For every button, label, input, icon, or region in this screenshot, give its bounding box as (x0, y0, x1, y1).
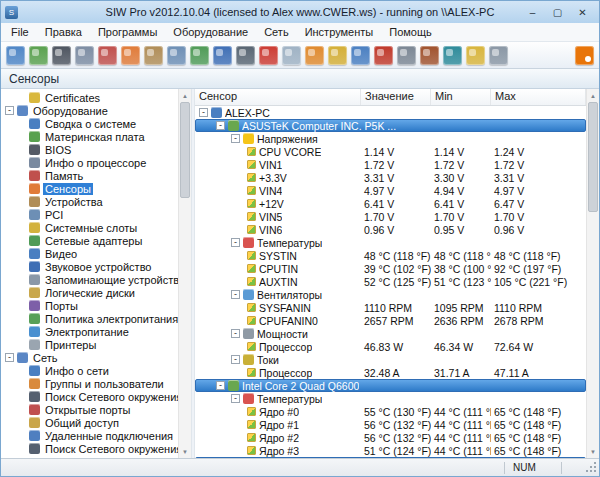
sensor-row[interactable]: VIN44.97 V4.94 V4.97 V (195, 184, 586, 197)
search-icon[interactable] (397, 46, 416, 65)
menu-item[interactable]: Помощь (381, 23, 440, 42)
expander-icon[interactable]: - (231, 394, 240, 403)
sidebar-item-net-info[interactable]: Инфо о сети (1, 364, 178, 377)
sensor-row[interactable]: Ядро #055 °C (130 °F)44 °C (111 °F)65 °C… (195, 405, 586, 418)
sidebar-item-remote[interactable]: Удаленные подключения (1, 429, 178, 442)
pci-icon[interactable] (167, 46, 186, 65)
sidebar-item-slots[interactable]: Системные слоты (1, 221, 178, 234)
section-row[interactable]: -Токи (195, 353, 586, 366)
menu-item[interactable]: Сеть (256, 23, 296, 42)
menu-item[interactable]: Правка (37, 23, 90, 42)
maximize-button[interactable]: ▢ (545, 4, 570, 20)
cd-icon[interactable] (282, 46, 301, 65)
minimize-button[interactable]: – (520, 4, 545, 20)
table-scroll-thumb[interactable] (588, 102, 598, 212)
cpu-icon[interactable] (75, 46, 94, 65)
sidebar-item-cpu[interactable]: Инфо о процессоре (1, 156, 178, 169)
sidebar-item-open-ports[interactable]: Открытые порты (1, 403, 178, 416)
expander-icon[interactable]: - (231, 329, 240, 338)
sidebar-item-printers[interactable]: Принтеры (1, 338, 178, 351)
sidebar-item-devices[interactable]: Устройства (1, 195, 178, 208)
sidebar-item-net-search[interactable]: Поиск Сетевого окружения (1, 442, 178, 455)
sensor-row[interactable]: +3.3V3.31 V3.30 V3.31 V (195, 171, 586, 184)
column-header-value[interactable]: Значение (361, 89, 431, 105)
scroll-up-icon[interactable]: ▲ (179, 89, 191, 102)
column-header-sensor[interactable]: Сенсор (195, 89, 361, 105)
close-button[interactable]: ✕ (570, 4, 595, 20)
devices-icon[interactable] (144, 46, 163, 65)
sensor-row[interactable]: SYSTIN48 °C (118 °F)48 °C (118 °F)48 °C … (195, 249, 586, 262)
column-header-max[interactable]: Max (491, 89, 586, 105)
sidebar-item-sensors[interactable]: Сенсоры (1, 182, 178, 195)
sidebar-item-shares[interactable]: Общий доступ (1, 416, 178, 429)
expander-icon[interactable]: - (231, 290, 240, 299)
column-header-min[interactable]: Min (431, 89, 491, 105)
resize-grip[interactable] (586, 461, 599, 475)
network-adapters-icon[interactable] (190, 46, 209, 65)
sidebar-item-users[interactable]: Группы и пользователи (1, 377, 178, 390)
host-row[interactable]: -ALEX-PC (195, 106, 586, 119)
expander-icon[interactable]: - (231, 355, 240, 364)
menu-item[interactable]: File (3, 23, 37, 42)
section-row[interactable]: -Мощности (195, 327, 586, 340)
tools-icon[interactable] (351, 46, 370, 65)
sidebar-item-hardware-folder[interactable]: -Оборудование (1, 104, 178, 117)
table-scroll-track[interactable] (587, 102, 599, 445)
sidebar-item-pci[interactable]: PCI (1, 208, 178, 221)
tree-expander-icon[interactable]: - (5, 353, 14, 362)
menu-item[interactable]: Инструменты (297, 23, 382, 42)
sensor-row[interactable]: VIN51.70 V1.70 V1.70 V (195, 210, 586, 223)
sidebar-item-power[interactable]: Электропитание (1, 325, 178, 338)
sensor-row[interactable]: AUXTIN52 °C (125 °F)51 °C (123 °F)105 °C… (195, 275, 586, 288)
sidebar-item-video[interactable]: Видео (1, 247, 178, 260)
scroll-down-icon[interactable]: ▼ (587, 445, 599, 458)
sensor-row[interactable]: Процессор46.83 W46.34 W72.64 W (195, 340, 586, 353)
tree-scroll-thumb[interactable] (180, 102, 190, 198)
expander-icon[interactable]: - (231, 238, 240, 247)
sidebar-item-ports[interactable]: Порты (1, 299, 178, 312)
bios-chip-icon[interactable] (52, 46, 71, 65)
sidebar-item-bios[interactable]: BIOS (1, 143, 178, 156)
sidebar-item-net-adapters[interactable]: Сетевые адаптеры (1, 234, 178, 247)
sidebar-item-motherboard[interactable]: Материнская плата (1, 130, 178, 143)
home-icon[interactable] (420, 46, 439, 65)
printer-icon[interactable] (489, 46, 508, 65)
expander-icon[interactable]: - (199, 108, 208, 117)
rss-icon[interactable] (575, 46, 594, 65)
scroll-down-icon[interactable]: ▼ (179, 445, 191, 458)
sensor-row[interactable]: Процессор32.48 A31.71 A47.11 A (195, 366, 586, 379)
title-bar[interactable]: S SIW Pro v2012.10.04 (licensed to Alex … (1, 1, 599, 23)
record-icon[interactable] (259, 46, 278, 65)
sidebar-item-system-summary[interactable]: Сводка о системе (1, 117, 178, 130)
sensor-row[interactable]: SYSFANIN1110 RPM1095 RPM1110 RPM (195, 301, 586, 314)
section-row[interactable]: -Температуры (195, 392, 586, 405)
sensor-row[interactable]: CPUFANIN02657 RPM2636 RPM2678 RPM (195, 314, 586, 327)
sensor-row[interactable]: Ядро #351 °C (124 °F)44 °C (111 °F)65 °C… (195, 444, 586, 457)
group-row[interactable]: -Intel Core 2 Quad Q6600 (195, 379, 586, 392)
sidebar-item-certificate[interactable]: Certificates (1, 91, 178, 104)
tree-scrollbar[interactable]: ▲ ▼ (178, 89, 191, 458)
menu-item[interactable]: Оборудование (165, 23, 256, 42)
system-summary-icon[interactable] (6, 46, 25, 65)
sidebar-item-net-scan[interactable]: Поиск Сетевого окружения (1, 390, 178, 403)
sensor-row[interactable]: CPUTIN39 °C (102 °F)38 °C (100 °F)92 °C … (195, 262, 586, 275)
sensor-row[interactable]: Ядро #256 °C (132 °F)44 °C (111 °F)65 °C… (195, 431, 586, 444)
sensor-row[interactable]: +12V6.41 V6.41 V6.47 V (195, 197, 586, 210)
stopwatch-icon[interactable] (236, 46, 255, 65)
scroll-up-icon[interactable]: ▲ (587, 89, 599, 102)
sidebar-item-disks[interactable]: Логические диски (1, 286, 178, 299)
sidebar-item-memory[interactable]: Память (1, 169, 178, 182)
motherboard-icon[interactable] (29, 46, 48, 65)
section-row[interactable]: -Вентиляторы (195, 288, 586, 301)
sidebar-item-power-policy[interactable]: Политика электропитания (1, 312, 178, 325)
mail-icon[interactable] (466, 46, 485, 65)
section-row[interactable]: -Температуры (195, 236, 586, 249)
memory-icon[interactable] (98, 46, 117, 65)
sidebar-item-audio[interactable]: Звуковое устройство (1, 260, 178, 273)
video-icon[interactable] (213, 46, 232, 65)
web-icon[interactable] (443, 46, 462, 65)
expander-icon[interactable]: - (231, 134, 240, 143)
tree-expander-icon[interactable]: - (5, 106, 14, 115)
expander-icon[interactable]: - (216, 381, 225, 390)
sensor-row[interactable]: Ядро #156 °C (132 °F)44 °C (111 °F)65 °C… (195, 418, 586, 431)
